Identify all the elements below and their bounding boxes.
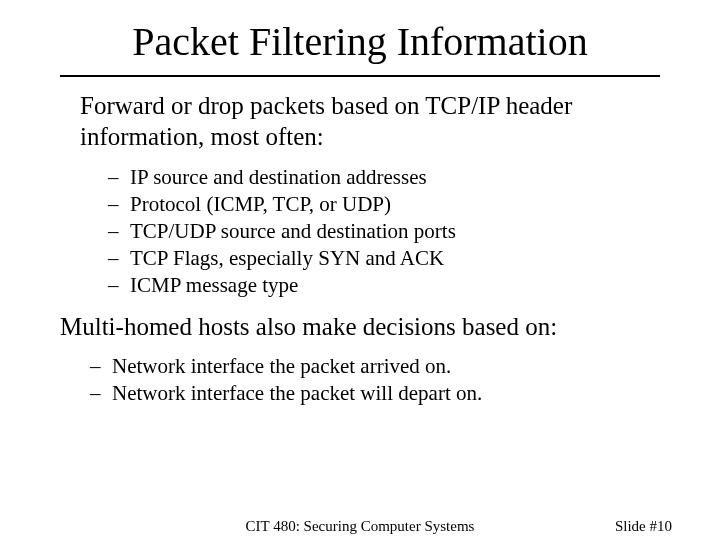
list-item-text: ICMP message type [130,272,298,299]
list-item: – Network interface the packet arrived o… [90,353,660,380]
title-divider [60,75,660,77]
list-item-text: Network interface the packet arrived on. [112,353,451,380]
list-item-text: Protocol (ICMP, TCP, or UDP) [130,191,391,218]
dash-icon: – [108,272,130,299]
dash-icon: – [90,380,112,407]
bullet-list-2: – Network interface the packet arrived o… [90,353,660,407]
list-item: – TCP/UDP source and destination ports [108,218,660,245]
list-item: – Network interface the packet will depa… [90,380,660,407]
bullet-list-1: – IP source and destination addresses – … [108,164,660,298]
list-item: – ICMP message type [108,272,660,299]
slide-title: Packet Filtering Information [60,18,660,65]
dash-icon: – [108,245,130,272]
list-item-text: TCP Flags, especially SYN and ACK [130,245,444,272]
slide: Packet Filtering Information Forward or … [0,0,720,540]
dash-icon: – [108,191,130,218]
footer-slide-number: Slide #10 [615,518,672,535]
lead-paragraph-2: Multi-homed hosts also make decisions ba… [60,312,660,343]
list-item-text: TCP/UDP source and destination ports [130,218,456,245]
footer-course: CIT 480: Securing Computer Systems [0,518,720,535]
list-item: – Protocol (ICMP, TCP, or UDP) [108,191,660,218]
list-item: – TCP Flags, especially SYN and ACK [108,245,660,272]
list-item-text: IP source and destination addresses [130,164,427,191]
dash-icon: – [90,353,112,380]
list-item: – IP source and destination addresses [108,164,660,191]
dash-icon: – [108,218,130,245]
list-item-text: Network interface the packet will depart… [112,380,482,407]
dash-icon: – [108,164,130,191]
lead-paragraph-1: Forward or drop packets based on TCP/IP … [80,91,660,152]
